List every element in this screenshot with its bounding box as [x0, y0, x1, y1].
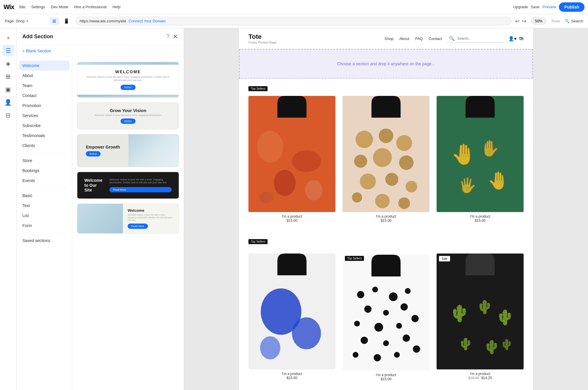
wix-logo: Wix [4, 3, 14, 11]
product-section-2: Top Sellers [239, 232, 533, 390]
nav-devmode[interactable]: Dev Mode [51, 5, 68, 9]
preview-dark-welcome-cta[interactable]: Read More [109, 187, 172, 192]
svg-text:🖐: 🖐 [458, 177, 477, 194]
product-price-3: $15.00 [437, 219, 524, 223]
preview-card-grow[interactable]: Grow Your Vision Welcome visitors to you… [77, 102, 179, 129]
nav-help[interactable]: Help• [112, 5, 121, 9]
page-name: Page: Shop [5, 19, 25, 23]
preview-welcome-cta[interactable]: Button [121, 85, 135, 90]
category-list: Welcome About Team Contact Promotion Ser… [16, 57, 72, 390]
category-item-clients[interactable]: Clients [16, 141, 72, 151]
category-item-about[interactable]: About [16, 71, 72, 81]
category-item-events[interactable]: Events [16, 176, 72, 186]
category-item-store[interactable]: Store [16, 156, 72, 166]
site-nav-shop[interactable]: Shop [385, 36, 393, 41]
drop-zone: Choose a section and drop it anywhere on… [239, 49, 533, 79]
svg-point-18 [385, 173, 398, 186]
add-section-icon-btn[interactable]: ＋ [2, 32, 14, 44]
category-item-contact[interactable]: Contact [16, 91, 72, 101]
tools-button[interactable]: Tools [551, 19, 560, 23]
category-divider-3 [22, 233, 66, 233]
svg-point-34 [292, 317, 321, 349]
panel-close-button[interactable]: ✕ [173, 33, 178, 40]
preview-empower-bg: Empower Growth Button [77, 134, 179, 167]
product-card-4[interactable]: I'm a product $15.00 [248, 254, 335, 384]
preview-grow-cta[interactable]: Button [121, 119, 135, 124]
product-price-6: $15.00 $14.25 [437, 376, 524, 380]
blank-section-link[interactable]: + Blank Section [22, 49, 178, 53]
preview-card-split-welcome[interactable]: Welcome Welcome visitors to your site wi… [77, 204, 179, 234]
category-item-basic[interactable]: Basic [16, 191, 72, 201]
sale-badge: Sale [439, 256, 450, 261]
product-card-6[interactable]: Sale 🌵 🌵 [437, 254, 524, 384]
url-bar: https://www.wix.com/mysite Connect Your … [75, 17, 512, 25]
product-card-1[interactable]: I'm a product $15.00 [248, 96, 335, 225]
redo-button[interactable]: ↪ [522, 18, 526, 24]
pages-icon-btn[interactable]: ☰ [2, 45, 14, 56]
connect-domain-link[interactable]: Connect Your Domain [128, 19, 166, 23]
site-nav-about[interactable]: About [399, 36, 409, 41]
preview-welcome-title: WELCOME [84, 69, 172, 74]
category-item-saved[interactable]: Saved sections [16, 236, 72, 246]
preview-dark-welcome-desc: Welcome visitors to your site with a sho… [109, 178, 172, 184]
category-item-list[interactable]: List [16, 211, 72, 221]
category-item-testimonials[interactable]: Testimonials [16, 131, 72, 141]
svg-text:🌵: 🌵 [500, 338, 513, 350]
site-brand: Tote Funky Printed Bags [248, 33, 277, 44]
preview-button[interactable]: Preview [542, 5, 556, 9]
site-nav-contact[interactable]: Contact [429, 36, 442, 41]
nav-hire[interactable]: Hire a Professional [74, 5, 107, 9]
preview-grow-desc: Welcome visitors to your site with a sho… [95, 114, 162, 116]
site-search[interactable]: 🔍 [447, 34, 504, 43]
zoom-button[interactable]: 50% [531, 17, 546, 25]
site-search-input[interactable] [457, 36, 501, 41]
svg-point-43 [364, 305, 372, 313]
category-item-welcome[interactable]: Welcome [19, 61, 70, 71]
preview-card-dark-welcome[interactable]: Welcome to Our Site Welcome visitors to … [77, 172, 179, 199]
category-item-team[interactable]: Team [16, 81, 72, 91]
panel-help-button[interactable]: ? [166, 34, 169, 40]
preview-empower-cta[interactable]: Button [86, 151, 101, 156]
product-name-2: I'm a product [343, 214, 430, 219]
apps-icon-btn[interactable]: ⊞ [2, 71, 14, 82]
preview-card-empower[interactable]: Empower Growth Button [77, 134, 179, 167]
upgrade-button[interactable]: Upgrade [513, 5, 528, 9]
site-brand-name: Tote [248, 33, 277, 41]
preview-welcome-desc: Welcome visitors to your site with a sho… [84, 75, 172, 82]
svg-point-44 [383, 310, 389, 316]
category-item-text[interactable]: Text [16, 201, 72, 211]
site-preview: Tote Funky Printed Bags Shop About FAQ C… [239, 28, 533, 390]
search-icon: 🔍 [565, 19, 569, 23]
desktop-device-button[interactable]: 🖥 [49, 17, 59, 25]
search-button[interactable]: 🔍 Search [565, 19, 583, 23]
save-button[interactable]: Save [531, 5, 540, 9]
nav-site[interactable]: Site [19, 5, 25, 9]
category-item-services[interactable]: Services [16, 111, 72, 121]
category-item-form[interactable]: Form [16, 221, 72, 231]
nav-settings[interactable]: Settings [31, 5, 45, 9]
svg-point-17 [360, 174, 376, 189]
page-selector[interactable]: Page: Shop ▾ [5, 19, 46, 23]
category-item-bookings[interactable]: Bookings [16, 166, 72, 176]
analytics-icon-btn[interactable]: ⊟ [2, 109, 14, 121]
svg-text:🌵: 🌵 [450, 304, 470, 323]
preview-dark-welcome-title: Welcome to Our Site [84, 178, 102, 193]
category-item-subscribe[interactable]: Subscribe [16, 121, 72, 131]
site-nav-faq[interactable]: FAQ [415, 36, 423, 41]
members-icon-btn[interactable]: 👤 [2, 96, 14, 108]
publish-button[interactable]: Publish [559, 2, 584, 12]
product-card-2[interactable]: I'm a product $15.00 [343, 96, 430, 225]
preview-card-welcome-1[interactable]: WELCOME Welcome visitors to your site wi… [77, 62, 179, 98]
product-card-3[interactable]: 🤚 ✋ 🖐 🤚 I'm a product $15.00 [437, 96, 524, 225]
category-item-promotion[interactable]: Promotion [16, 101, 72, 111]
svg-point-14 [354, 155, 367, 168]
cart-icon[interactable]: 🛍 [519, 36, 524, 41]
design-icon-btn[interactable]: ◈ [2, 58, 14, 69]
media-icon-btn[interactable]: ▣ [2, 84, 14, 95]
undo-button[interactable]: ↩ [515, 18, 519, 24]
mobile-device-button[interactable]: 📱 [61, 17, 72, 25]
svg-point-49 [411, 315, 419, 322]
preview-split-welcome-cta[interactable]: Read More [128, 224, 148, 229]
product-card-5[interactable]: Top Sellers [343, 254, 430, 384]
account-icon[interactable]: 👤▾ [508, 36, 517, 41]
